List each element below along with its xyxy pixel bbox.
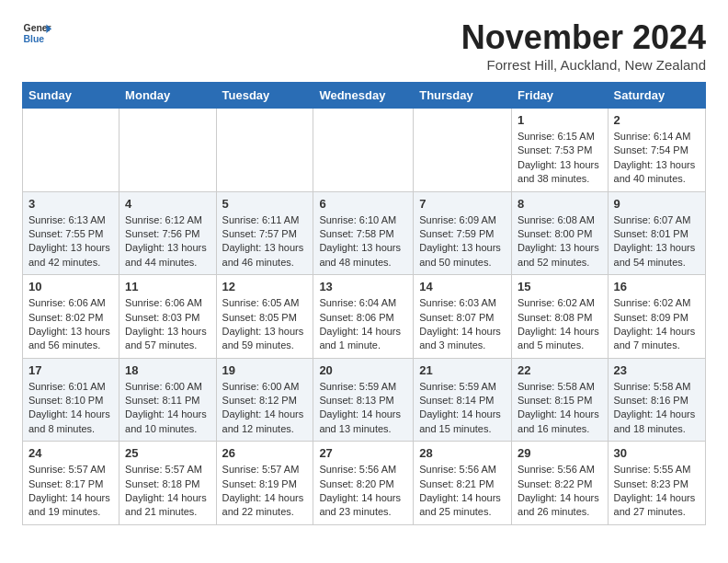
day-info: Sunrise: 6:06 AMSunset: 8:03 PMDaylight:… [125,296,210,353]
day-cell: 5Sunrise: 6:11 AMSunset: 7:57 PMDaylight… [216,191,313,275]
day-info: Sunrise: 6:12 AMSunset: 7:56 PMDaylight:… [125,213,210,270]
day-cell: 6Sunrise: 6:10 AMSunset: 7:58 PMDaylight… [313,191,414,275]
day-info: Sunrise: 6:13 AMSunset: 7:55 PMDaylight:… [28,213,113,270]
day-info: Sunrise: 6:09 AMSunset: 7:59 PMDaylight:… [419,213,506,270]
day-number: 9 [614,197,700,211]
day-cell: 14Sunrise: 6:03 AMSunset: 8:07 PMDayligh… [414,275,512,359]
day-info: Sunrise: 5:57 AMSunset: 8:18 PMDaylight:… [125,463,210,520]
week-row-2: 3Sunrise: 6:13 AMSunset: 7:55 PMDaylight… [23,191,706,275]
day-number: 18 [125,363,210,377]
day-info: Sunrise: 6:14 AMSunset: 7:54 PMDaylight:… [614,130,700,187]
column-header-thursday: Thursday [414,83,512,109]
week-row-5: 24Sunrise: 5:57 AMSunset: 8:17 PMDayligh… [23,442,706,525]
day-info: Sunrise: 6:15 AMSunset: 7:53 PMDaylight:… [518,130,602,187]
day-cell: 3Sunrise: 6:13 AMSunset: 7:55 PMDaylight… [23,191,119,275]
day-number: 12 [222,280,308,293]
day-cell: 16Sunrise: 6:02 AMSunset: 8:09 PMDayligh… [608,275,705,359]
day-cell [119,109,216,192]
title-block: November 2024 Forrest Hill, Auckland, Ne… [461,18,706,73]
day-number: 23 [614,363,700,377]
day-number: 28 [419,446,506,460]
day-number: 1 [518,113,602,127]
header-row: SundayMondayTuesdayWednesdayThursdayFrid… [23,83,706,109]
day-cell [216,109,313,192]
column-header-monday: Monday [119,83,216,109]
day-info: Sunrise: 6:08 AMSunset: 8:00 PMDaylight:… [518,213,602,270]
day-info: Sunrise: 5:56 AMSunset: 8:21 PMDaylight:… [419,463,506,520]
day-cell: 2Sunrise: 6:14 AMSunset: 7:54 PMDaylight… [608,109,705,192]
day-cell: 17Sunrise: 6:01 AMSunset: 8:10 PMDayligh… [23,358,119,442]
day-info: Sunrise: 5:59 AMSunset: 8:14 PMDaylight:… [419,380,506,437]
column-header-friday: Friday [512,83,609,109]
column-header-sunday: Sunday [23,83,119,109]
day-info: Sunrise: 6:04 AMSunset: 8:06 PMDaylight:… [319,296,407,353]
day-cell: 28Sunrise: 5:56 AMSunset: 8:21 PMDayligh… [414,442,512,525]
day-cell: 7Sunrise: 6:09 AMSunset: 7:59 PMDaylight… [414,191,512,275]
column-header-saturday: Saturday [608,83,705,109]
day-number: 16 [614,280,700,293]
day-info: Sunrise: 5:57 AMSunset: 8:17 PMDaylight:… [28,463,113,520]
day-info: Sunrise: 6:02 AMSunset: 8:08 PMDaylight:… [518,296,602,353]
day-info: Sunrise: 5:56 AMSunset: 8:20 PMDaylight:… [319,463,407,520]
month-title: November 2024 [461,18,706,57]
day-info: Sunrise: 6:10 AMSunset: 7:58 PMDaylight:… [319,213,407,270]
day-number: 27 [319,446,407,460]
day-number: 4 [125,197,210,211]
day-info: Sunrise: 6:11 AMSunset: 7:57 PMDaylight:… [222,213,308,270]
logo: General Blue [22,18,51,48]
day-number: 26 [222,446,308,460]
day-info: Sunrise: 6:02 AMSunset: 8:09 PMDaylight:… [614,296,700,353]
day-cell: 20Sunrise: 5:59 AMSunset: 8:13 PMDayligh… [313,358,414,442]
day-cell: 25Sunrise: 5:57 AMSunset: 8:18 PMDayligh… [119,442,216,525]
svg-text:Blue: Blue [24,34,45,44]
day-cell: 29Sunrise: 5:56 AMSunset: 8:22 PMDayligh… [512,442,609,525]
day-cell [414,109,512,192]
day-cell: 23Sunrise: 5:58 AMSunset: 8:16 PMDayligh… [608,358,705,442]
column-header-wednesday: Wednesday [313,83,414,109]
day-cell: 11Sunrise: 6:06 AMSunset: 8:03 PMDayligh… [119,275,216,359]
day-info: Sunrise: 6:06 AMSunset: 8:02 PMDaylight:… [28,296,113,353]
week-row-3: 10Sunrise: 6:06 AMSunset: 8:02 PMDayligh… [23,275,706,359]
day-number: 24 [28,446,113,460]
location: Forrest Hill, Auckland, New Zealand [461,57,706,73]
day-cell [23,109,119,192]
day-cell: 24Sunrise: 5:57 AMSunset: 8:17 PMDayligh… [23,442,119,525]
day-number: 10 [28,280,113,293]
day-cell: 30Sunrise: 5:55 AMSunset: 8:23 PMDayligh… [608,442,705,525]
day-cell: 8Sunrise: 6:08 AMSunset: 8:00 PMDaylight… [512,191,609,275]
week-row-1: 1Sunrise: 6:15 AMSunset: 7:53 PMDaylight… [23,109,706,192]
calendar-table: SundayMondayTuesdayWednesdayThursdayFrid… [22,82,706,525]
day-info: Sunrise: 5:55 AMSunset: 8:23 PMDaylight:… [614,463,700,520]
day-info: Sunrise: 6:00 AMSunset: 8:12 PMDaylight:… [222,380,308,437]
day-number: 19 [222,363,308,377]
day-info: Sunrise: 5:58 AMSunset: 8:15 PMDaylight:… [518,380,602,437]
day-info: Sunrise: 6:07 AMSunset: 8:01 PMDaylight:… [614,213,700,270]
day-number: 2 [614,113,700,127]
day-number: 15 [518,280,602,293]
page-header: General Blue November 2024 Forrest Hill,… [22,18,706,73]
day-cell: 19Sunrise: 6:00 AMSunset: 8:12 PMDayligh… [216,358,313,442]
week-row-4: 17Sunrise: 6:01 AMSunset: 8:10 PMDayligh… [23,358,706,442]
day-number: 21 [419,363,506,377]
day-info: Sunrise: 6:00 AMSunset: 8:11 PMDaylight:… [125,380,210,437]
day-number: 17 [28,363,113,377]
column-header-tuesday: Tuesday [216,83,313,109]
logo-icon: General Blue [22,18,51,48]
day-number: 30 [614,446,700,460]
day-number: 29 [518,446,602,460]
day-cell: 1Sunrise: 6:15 AMSunset: 7:53 PMDaylight… [512,109,609,192]
day-cell: 12Sunrise: 6:05 AMSunset: 8:05 PMDayligh… [216,275,313,359]
day-cell: 27Sunrise: 5:56 AMSunset: 8:20 PMDayligh… [313,442,414,525]
day-cell: 15Sunrise: 6:02 AMSunset: 8:08 PMDayligh… [512,275,609,359]
day-number: 25 [125,446,210,460]
day-info: Sunrise: 6:03 AMSunset: 8:07 PMDaylight:… [419,296,506,353]
day-cell: 22Sunrise: 5:58 AMSunset: 8:15 PMDayligh… [512,358,609,442]
day-number: 8 [518,197,602,211]
day-number: 7 [419,197,506,211]
day-info: Sunrise: 6:01 AMSunset: 8:10 PMDaylight:… [28,380,113,437]
day-cell: 4Sunrise: 6:12 AMSunset: 7:56 PMDaylight… [119,191,216,275]
day-number: 11 [125,280,210,293]
day-number: 22 [518,363,602,377]
day-cell: 26Sunrise: 5:57 AMSunset: 8:19 PMDayligh… [216,442,313,525]
day-info: Sunrise: 6:05 AMSunset: 8:05 PMDaylight:… [222,296,308,353]
